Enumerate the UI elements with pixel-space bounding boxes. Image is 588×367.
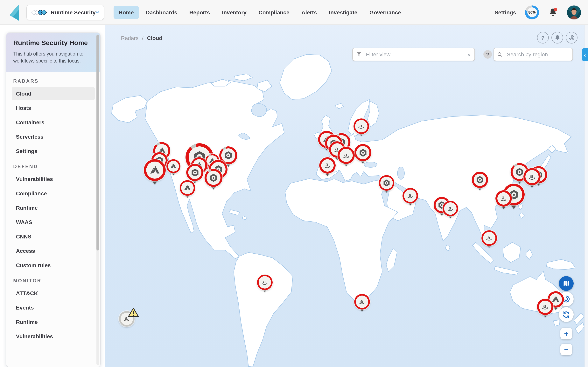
aws-region-pin[interactable]: a	[257, 275, 273, 290]
brand-logo-icon	[7, 4, 21, 21]
aws-region-pin[interactable]: a	[337, 147, 355, 164]
product-switcher[interactable]: Runtime Security	[26, 4, 104, 20]
nav-item-compliance[interactable]: Compliance	[254, 6, 294, 19]
aws-region-pin[interactable]: a	[537, 299, 553, 315]
usage-percent-label: 80%	[527, 7, 537, 17]
sidebar-item-monitor-events[interactable]: Events	[12, 301, 95, 314]
usage-progress-ring[interactable]: 80%	[525, 5, 539, 19]
radar-circle-icon[interactable]	[566, 32, 578, 43]
sidebar-item-radars-containers[interactable]: Containers	[12, 116, 95, 129]
sidebar-item-radars-cloud[interactable]: Cloud	[12, 87, 95, 100]
gcp-logo-icon	[188, 166, 201, 179]
nav-item-dashboards[interactable]: Dashboards	[141, 6, 182, 19]
sidebar-section-radars: RADARS	[13, 78, 93, 84]
search-icon	[497, 51, 503, 57]
svg-text:a: a	[487, 235, 490, 240]
sidebar-item-radars-settings[interactable]: Settings	[12, 144, 95, 158]
filter-view-input[interactable]	[365, 51, 463, 58]
aws-region-pin[interactable]: a	[523, 168, 541, 185]
gcp-region-pin[interactable]	[379, 175, 394, 191]
azure-logo-icon	[181, 182, 194, 194]
aws-logo-icon: a	[525, 170, 539, 183]
product-switcher-label: Runtime Security	[51, 9, 95, 15]
sidebar-item-defend-waas[interactable]: WAAS	[12, 216, 95, 229]
sidebar-item-radars-serverless[interactable]: Serverless	[12, 130, 95, 143]
sidebar-header: Runtime Security Home This hub offers yo…	[6, 33, 100, 72]
help-circle-icon[interactable]: ?	[537, 32, 549, 43]
gcp-region-pin[interactable]	[354, 144, 372, 161]
aws-region-pin[interactable]: a	[354, 118, 369, 134]
svg-text:a: a	[360, 123, 362, 128]
svg-text:a: a	[530, 173, 533, 179]
gcp-region-pin[interactable]	[205, 169, 223, 187]
sidebar-item-defend-vulnerabilities[interactable]: Vulnerabilities	[12, 172, 95, 186]
aws-logo-icon: a	[321, 159, 334, 172]
breadcrumb-radars[interactable]: Radars	[121, 35, 138, 41]
svg-text:a: a	[360, 299, 363, 304]
chevron-down-icon	[96, 10, 99, 14]
nav-item-governance[interactable]: Governance	[364, 6, 406, 19]
notifications-bell-icon[interactable]	[548, 7, 558, 18]
nav-item-inventory[interactable]: Inventory	[217, 6, 251, 19]
sidebar-description: This hub offers you navigation to workfl…	[13, 51, 89, 65]
sidebar-section-defend: DEFEND	[13, 164, 93, 169]
sidebar-item-defend-access[interactable]: Access	[12, 244, 95, 258]
breadcrumb-current: Cloud	[147, 35, 162, 41]
aws-logo-icon: a	[444, 202, 457, 215]
aws-region-pin[interactable]: a	[319, 157, 336, 174]
sidebar-item-defend-runtime[interactable]: Runtime	[12, 201, 95, 214]
notifications-circle-icon[interactable]	[552, 32, 563, 43]
azure-region-pin[interactable]	[144, 159, 166, 181]
azure-logo-icon	[146, 162, 163, 179]
aws-region-pin[interactable]: a	[442, 201, 458, 216]
sidebar-item-defend-compliance[interactable]: Compliance	[12, 187, 95, 200]
zoom-in-button[interactable]: +	[560, 328, 572, 339]
collapse-panel-tab[interactable]: ‹	[582, 48, 588, 61]
aws-region-pin-warning[interactable]: a	[119, 311, 135, 327]
aws-region-pin[interactable]: a	[403, 188, 418, 203]
nav-item-alerts[interactable]: Alerts	[296, 6, 322, 19]
sidebar-item-defend-cnns[interactable]: CNNS	[12, 230, 95, 243]
refresh-button[interactable]	[559, 307, 574, 322]
map-layers-button[interactable]	[559, 276, 574, 291]
gcp-region-pin[interactable]	[472, 172, 488, 188]
primary-nav: HomeDashboardsReportsInventoryCompliance…	[113, 6, 406, 19]
aws-logo-icon: a	[483, 232, 495, 244]
aws-logo-icon: a	[355, 120, 367, 133]
aws-region-pin[interactable]: a	[481, 230, 497, 246]
sidebar-item-defend-custom-rules[interactable]: Custom rules	[12, 259, 95, 272]
runtime-security-sidebar: Runtime Security Home This hub offers yo…	[6, 33, 100, 367]
clear-filter-icon[interactable]: ×	[467, 51, 471, 58]
unread-dot	[554, 8, 557, 11]
user-avatar[interactable]	[567, 5, 581, 19]
azure-region-pin[interactable]	[166, 159, 181, 173]
sidebar-item-monitor-runtime[interactable]: Runtime	[12, 315, 95, 329]
gcp-region-pin[interactable]	[186, 164, 203, 181]
settings-link[interactable]: Settings	[495, 9, 516, 15]
cloud-radar-map[interactable]: a a a	[105, 25, 585, 367]
zoom-out-button[interactable]: −	[560, 344, 572, 355]
nav-item-reports[interactable]: Reports	[184, 6, 215, 19]
aws-logo-icon: a	[497, 192, 510, 205]
app-window: Runtime Security HomeDashboardsReportsIn…	[0, 0, 588, 367]
azure-logo-icon	[168, 161, 179, 172]
svg-text:a: a	[125, 316, 128, 321]
sidebar-item-monitor-vulnerabilities[interactable]: Vulnerabilities	[12, 330, 95, 343]
sidebar-title: Runtime Security Home	[13, 39, 93, 47]
warning-triangle-icon	[128, 307, 139, 319]
breadcrumb-separator: /	[142, 35, 144, 41]
sidebar-item-monitor-att-ck[interactable]: ATT&CK	[12, 287, 95, 300]
nav-item-investigate[interactable]: Investigate	[324, 6, 363, 19]
azure-region-pin[interactable]	[180, 180, 195, 196]
aws-region-pin[interactable]: a	[495, 190, 512, 207]
sidebar-item-radars-hosts[interactable]: Hosts	[12, 101, 95, 115]
svg-text:a: a	[449, 205, 451, 210]
aws-region-pin[interactable]: a	[354, 294, 370, 309]
filter-help-badge[interactable]: ?	[483, 50, 492, 59]
svg-text:a: a	[263, 279, 266, 284]
nav-item-home[interactable]: Home	[113, 6, 139, 19]
sidebar-scrollbar-thumb[interactable]	[96, 34, 99, 250]
aws-logo-icon: a	[356, 296, 368, 308]
right-edge-strip	[585, 25, 588, 367]
search-region-input[interactable]	[506, 51, 572, 58]
